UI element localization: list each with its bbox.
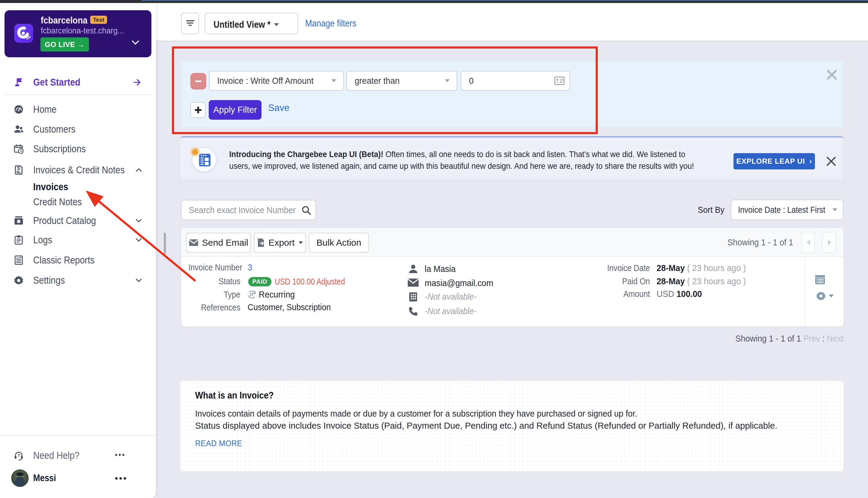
svg-text:$: $ — [17, 166, 20, 171]
svg-text:?: ? — [17, 453, 20, 458]
svg-text:R: R — [250, 292, 253, 297]
